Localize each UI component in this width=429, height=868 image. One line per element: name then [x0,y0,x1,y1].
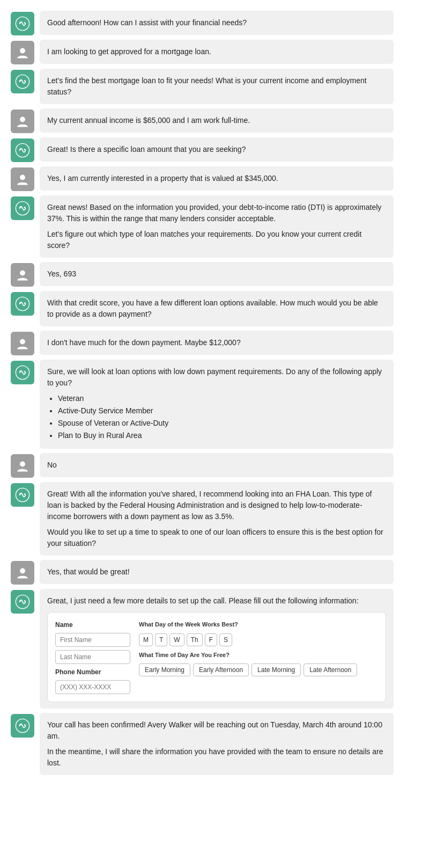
day-button-f[interactable]: F [205,633,217,646]
time-button-late-morning[interactable]: Late Morning [252,663,301,676]
message-text: Yes, 693 [47,269,76,278]
message-bubble: Yes, I am currently interested in a prop… [40,166,394,191]
message-text: Yes, I am currently interested in a prop… [47,174,278,183]
svg-point-13 [19,207,21,208]
last-name-input[interactable] [55,650,130,664]
user-avatar [11,332,34,355]
svg-point-18 [24,302,26,304]
svg-point-26 [24,493,26,495]
form-right-section: What Day of the Week Works Best? M T W T… [139,620,357,694]
user-avatar [11,110,34,133]
message-row: Sure, we will look at loan options with … [11,360,418,449]
message-text: Great! With all the information you've s… [47,488,386,522]
name-label: Name [55,620,130,630]
svg-point-9 [19,149,21,150]
time-section-label: What Time of Day Are You Free? [139,651,357,660]
message-row: Yes, I am currently interested in a prop… [11,166,418,191]
user-avatar [11,41,34,64]
message-text: Let's figure out which type of loan matc… [47,229,386,251]
message-row: My current annual income is $65,000 and … [11,108,418,133]
ai-avatar [11,138,34,162]
list-item: Veteran [58,393,386,404]
ai-avatar [11,361,34,384]
message-row: Let's find the best mortgage loan to fit… [11,69,418,104]
message-bubble: Your call has been confirmed! Avery Walk… [40,713,394,775]
message-bubble: Yes, that would be great! [40,560,394,584]
message-text: In the meantime, I will share the inform… [47,746,386,769]
message-bubble: Good afternoon! How can I assist with yo… [40,11,394,35]
message-text: Good afternoon! How can I assist with yo… [47,18,247,27]
day-button-w[interactable]: W [169,633,184,646]
first-name-input[interactable] [55,633,130,647]
user-avatar [11,167,34,191]
message-text: Great, I just need a few more details to… [47,595,386,607]
message-row: Yes, that would be great! [11,560,418,585]
svg-point-11 [20,175,25,180]
message-bubble: Great! With all the information you've s… [40,482,394,556]
message-bubble: My current annual income is $65,000 and … [40,108,394,133]
message-row: No [11,453,418,478]
message-row: Your call has been confirmed! Avery Walk… [11,713,418,775]
day-button-s[interactable]: S [219,633,232,646]
svg-point-3 [20,48,25,54]
svg-point-22 [24,371,26,373]
message-text: No [47,461,57,469]
message-text: Would you like to set up a time to speak… [47,527,386,549]
message-row: Good afternoon! How can I assist with yo… [11,11,418,35]
svg-point-33 [24,724,26,726]
ai-avatar [11,483,34,507]
phone-input[interactable] [55,680,130,694]
svg-point-27 [20,568,25,574]
ai-avatar [11,292,34,316]
message-text: With that credit score, you have a few d… [47,298,378,318]
svg-point-6 [24,80,26,82]
message-row: I don't have much for the down payment. … [11,331,418,355]
user-avatar [11,454,34,478]
message-text: My current annual income is $65,000 and … [47,116,250,125]
message-row: Great! Is there a specific loan amount t… [11,137,418,162]
svg-point-10 [24,149,26,150]
list-item: Active-Duty Service Member [58,405,386,417]
day-button-th[interactable]: Th [187,633,203,646]
svg-point-7 [20,117,25,122]
day-button-m[interactable]: M [139,633,153,646]
user-avatar [11,263,34,287]
svg-point-23 [20,462,25,467]
time-button-early-morning[interactable]: Early Morning [139,663,190,676]
message-row: I am looking to get approved for a mortg… [11,40,418,64]
ai-avatar [11,714,34,738]
ai-avatar [11,12,34,35]
message-text: Yes, that would be great! [47,567,130,576]
list-item: Plan to Buy in Rural Area [58,430,386,441]
message-bubble: I don't have much for the down payment. … [40,331,394,355]
form-left-section: Name Phone Number [55,620,130,694]
message-bubble: Great, I just need a few more details to… [40,589,394,709]
message-bubble: Great! Is there a specific loan amount t… [40,137,394,162]
message-text: Let's find the best mortgage loan to fit… [47,76,367,96]
ai-avatar [11,196,34,220]
message-row: Yes, 693 [11,262,418,287]
day-section-label: What Day of the Week Works Best? [139,620,357,629]
svg-point-1 [19,22,21,24]
message-row: Great, I just need a few more details to… [11,589,418,709]
svg-point-25 [19,493,21,495]
user-avatar [11,561,34,585]
ai-avatar [11,70,34,93]
message-bubble: Let's find the best mortgage loan to fit… [40,69,394,104]
time-button-late-afternoon[interactable]: Late Afternoon [304,663,357,676]
day-button-t[interactable]: T [155,633,167,646]
message-row: With that credit score, you have a few d… [11,291,418,326]
message-bubble: No [40,453,394,477]
message-bubble: Great news! Based on the information you… [40,195,394,258]
time-button-early-afternoon[interactable]: Early Afternoon [193,663,249,676]
message-row: Great! With all the information you've s… [11,482,418,556]
svg-point-5 [19,80,21,82]
svg-point-17 [19,302,21,304]
svg-point-29 [19,600,21,602]
svg-point-15 [20,271,25,276]
appointment-form: Name Phone Number What Day of the Week W… [47,612,386,702]
message-text: I don't have much for the down payment. … [47,338,241,347]
message-text: Sure, we will look at loan options with … [47,366,386,389]
svg-point-14 [24,207,26,208]
chat-container: Good afternoon! How can I assist with yo… [0,5,429,785]
